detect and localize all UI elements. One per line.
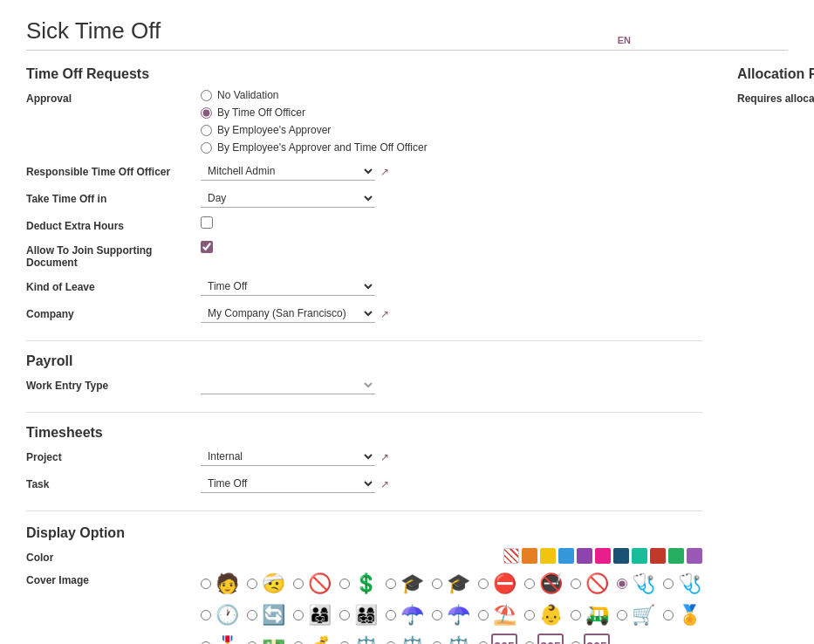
color-swatch-green[interactable]	[668, 548, 684, 564]
icon-item-30: 365	[524, 634, 564, 644]
approval-by-employees-approver-and-officer[interactable]: By Employee's Approver and Time Off Offi…	[201, 141, 702, 154]
icon-no-entry: ⛔	[491, 571, 517, 597]
icon-item-23: 🎖️	[201, 634, 240, 644]
cover-radio-10[interactable]	[617, 579, 627, 589]
color-swatch-violet[interactable]	[687, 548, 702, 564]
icon-item-5: 🎓	[386, 571, 425, 597]
responsible-officer-select[interactable]: Mitchell Admin	[201, 162, 375, 181]
cover-radio-2[interactable]	[247, 579, 257, 589]
project-select[interactable]: Internal	[201, 448, 375, 466]
icon-person: 🧑	[214, 571, 240, 597]
cover-radio-19[interactable]	[524, 610, 535, 620]
cover-radio-4[interactable]	[339, 579, 350, 589]
cover-image-row-2: 🕐 🔄 👨‍👩‍👧 👨‍👩‍👧‍👦	[201, 602, 702, 628]
take-time-off-in-field: Day Half Day Hour	[201, 189, 702, 208]
approval-by-time-off-officer[interactable]: By Time Off Officer	[201, 106, 702, 119]
approval-options: No Validation By Time Off Officer By Emp…	[201, 89, 702, 154]
icon-dollar: 💲	[352, 571, 379, 597]
icon-umbrella: ☂️	[399, 602, 425, 628]
icon-baby-carriage: 👶	[537, 602, 564, 628]
take-time-off-in-select[interactable]: Day Half Day Hour	[201, 189, 375, 208]
display-option-section: Display Option Color	[26, 525, 702, 644]
cover-radio-14[interactable]	[293, 610, 304, 620]
cover-image-row: Cover Image 🧑 🤕	[26, 571, 702, 644]
right-column: Allocation Requests Requires allocation …	[737, 66, 814, 644]
icon-calendar365-3: 365	[584, 634, 610, 644]
color-swatch-yellow[interactable]	[540, 548, 556, 564]
color-swatch-purple[interactable]	[577, 548, 592, 564]
color-swatch-orange[interactable]	[522, 548, 537, 564]
icon-item-11: 🩺	[663, 571, 702, 597]
cover-radio-15[interactable]	[339, 610, 350, 620]
allow-join-doc-field	[201, 241, 702, 253]
company-field: My Company (San Francisco) ↗	[201, 305, 702, 323]
payroll-title: Payroll	[26, 353, 702, 369]
icon-badge2: 🎖️	[214, 634, 240, 644]
color-swatch-stripe[interactable]	[503, 548, 519, 564]
display-option-title: Display Option	[26, 525, 702, 541]
color-swatch-pink[interactable]	[595, 548, 611, 564]
cover-radio-3[interactable]	[293, 579, 304, 589]
work-entry-type-select[interactable]	[201, 376, 375, 394]
allow-join-doc-checkbox[interactable]	[201, 241, 213, 253]
cover-radio-12[interactable]	[201, 610, 211, 620]
cover-radio-22[interactable]	[663, 610, 674, 620]
icon-no-smoking: 🚭	[537, 571, 564, 597]
cover-image-label: Cover Image	[26, 571, 201, 586]
icon-badge: 🏅	[676, 602, 702, 628]
kind-of-leave-select[interactable]: Time Off Other	[201, 277, 375, 296]
deduct-extra-hours-checkbox[interactable]	[201, 216, 213, 229]
icon-item-31: 365	[571, 634, 610, 644]
lang-badge[interactable]: EN	[618, 35, 631, 45]
left-column: Time Off Requests Approval No Validation…	[26, 66, 702, 644]
cover-radio-13[interactable]	[247, 610, 257, 620]
take-time-off-in-group: Take Time Off in Day Half Day Hour	[26, 189, 702, 208]
cover-radio-17[interactable]	[432, 610, 442, 620]
task-external-link[interactable]: ↗	[380, 478, 389, 490]
cover-radio-9[interactable]	[571, 579, 581, 589]
cover-radio-8[interactable]	[524, 579, 535, 589]
icon-item-18: ⛱️	[478, 602, 517, 628]
task-select[interactable]: Time Off	[201, 475, 375, 493]
icon-item-2: 🤕	[247, 571, 286, 597]
cover-radio-6[interactable]	[432, 579, 442, 589]
icon-calendar365-2: 365	[537, 634, 564, 644]
cover-radio-5[interactable]	[386, 579, 396, 589]
icon-refresh: 🔄	[260, 602, 286, 628]
project-external-link[interactable]: ↗	[380, 451, 389, 463]
color-swatch-darkblue[interactable]	[613, 548, 629, 564]
company-select[interactable]: My Company (San Francisco)	[201, 305, 375, 323]
icon-item-1: 🧑	[201, 571, 240, 597]
approval-group: Approval No Validation By Time Off Offic…	[26, 89, 702, 154]
payroll-section: Payroll Work Entry Type	[26, 353, 702, 394]
icon-stroller2: 🛒	[630, 602, 656, 628]
company-external-link[interactable]: ↗	[380, 308, 389, 320]
icon-scale: ⚖️	[352, 634, 379, 644]
icon-item-28: ⚖️	[432, 634, 471, 644]
responsible-officer-group: Responsible Time Off Officer Mitchell Ad…	[26, 162, 702, 181]
color-swatch-teal[interactable]	[632, 548, 647, 564]
icon-item-13: 🔄	[247, 602, 286, 628]
cover-image-grid: 🧑 🤕 🚫 💲	[201, 571, 702, 644]
cover-radio-7[interactable]	[478, 579, 489, 589]
cover-radio-20[interactable]	[571, 610, 581, 620]
project-field: Internal ↗	[201, 448, 702, 466]
main-layout: Time Off Requests Approval No Validation…	[26, 66, 788, 644]
responsible-officer-external-link[interactable]: ↗	[380, 166, 389, 178]
icon-item-24: 💵	[247, 634, 286, 644]
kind-of-leave-field: Time Off Other	[201, 277, 702, 296]
cover-radio-16[interactable]	[386, 610, 396, 620]
cover-radio-21[interactable]	[617, 610, 627, 620]
icon-item-6: 🎓	[432, 571, 471, 597]
approval-no-validation[interactable]: No Validation	[201, 89, 702, 101]
work-entry-type-group: Work Entry Type	[26, 376, 702, 394]
icon-item-26: ⚖️	[339, 634, 379, 644]
cover-radio-11[interactable]	[663, 579, 674, 589]
icon-item-17: ☂️	[432, 602, 471, 628]
color-swatch-lightblue[interactable]	[558, 548, 574, 564]
color-swatch-red[interactable]	[650, 548, 666, 564]
cover-radio-18[interactable]	[478, 610, 489, 620]
approval-by-employees-approver[interactable]: By Employee's Approver	[201, 124, 702, 136]
kind-of-leave-label: Kind of Leave	[26, 277, 201, 293]
cover-radio-1[interactable]	[201, 579, 211, 589]
